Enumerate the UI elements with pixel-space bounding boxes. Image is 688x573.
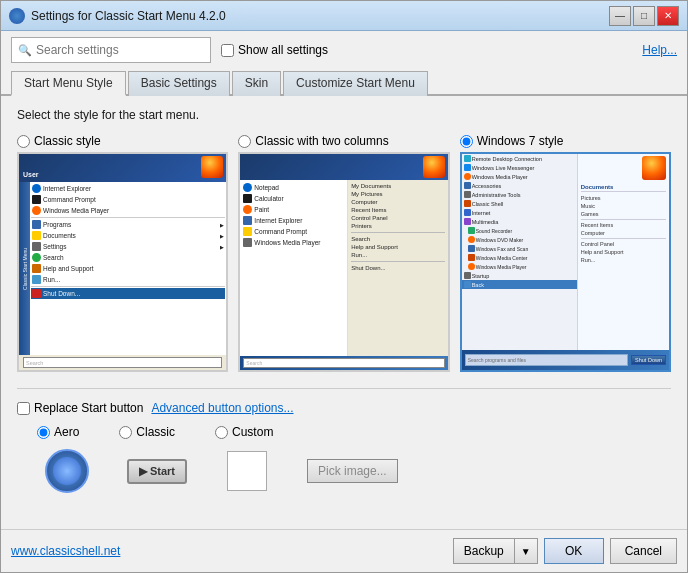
aero-option[interactable]: Aero [37,425,79,439]
classic-radio[interactable] [17,135,30,148]
replace-checkbox[interactable] [17,402,30,415]
show-all-checkbox[interactable] [221,44,234,57]
custom-btn-preview-box [217,449,277,493]
show-all-label: Show all settings [221,43,328,57]
maximize-button[interactable]: □ [633,6,655,26]
search-box[interactable]: 🔍 [11,37,211,63]
classic-btn-option[interactable]: Classic [119,425,175,439]
search-input[interactable] [36,43,204,57]
style-options: Classic style User Classic Start Menu [17,134,671,372]
classic-btn-preview-box: ▶ Start [127,449,187,493]
aero-inner [53,457,81,485]
classic-start-button-preview: ▶ Start [127,459,187,484]
style-option-classic-two: Classic with two columns Notepad Calcula… [238,134,449,372]
main-window: Settings for Classic Start Menu 4.2.0 — … [0,0,688,573]
footer-buttons: Backup ▼ OK Cancel [453,538,677,564]
search-icon: 🔍 [18,44,32,57]
classic-two-radio[interactable] [238,135,251,148]
title-bar: Settings for Classic Start Menu 4.2.0 — … [1,1,687,31]
ok-button[interactable]: OK [544,538,604,564]
toolbar: 🔍 Show all settings Help... [1,31,687,69]
win7-radio-label[interactable]: Windows 7 style [460,134,564,148]
tab-content: Select the style for the start menu. Cla… [1,96,687,529]
custom-btn-option[interactable]: Custom [215,425,273,439]
aero-preview [45,449,89,493]
tabs-bar: Start Menu Style Basic Settings Skin Cus… [1,69,687,96]
window-controls: — □ ✕ [609,6,679,26]
replace-row: Replace Start button Advanced button opt… [17,401,671,415]
help-link[interactable]: Help... [642,43,677,57]
classic-two-preview[interactable]: Notepad Calculator Paint Internet Explor… [238,152,449,372]
aero-preview-box [37,449,97,493]
tab-basic-settings[interactable]: Basic Settings [128,71,230,96]
close-button[interactable]: ✕ [657,6,679,26]
replace-checkbox-label[interactable]: Replace Start button [17,401,143,415]
backup-button[interactable]: Backup [453,538,514,564]
tab-skin[interactable]: Skin [232,71,281,96]
footer-bar: www.classicshell.net Backup ▼ OK Cancel [1,529,687,572]
tab-start-menu-style[interactable]: Start Menu Style [11,71,126,96]
style-option-win7: Windows 7 style Remote Desktop Connectio… [460,134,671,372]
tab-customize-start-menu[interactable]: Customize Start Menu [283,71,428,96]
show-all-text: Show all settings [238,43,328,57]
classic-radio-label[interactable]: Classic style [17,134,101,148]
style-option-classic: Classic style User Classic Start Menu [17,134,228,372]
cancel-button[interactable]: Cancel [610,538,677,564]
win7-preview[interactable]: Remote Desktop Connection Windows Live M… [460,152,671,372]
app-icon [9,8,25,24]
backup-dropdown-arrow[interactable]: ▼ [514,538,538,564]
win7-radio[interactable] [460,135,473,148]
classic-btn-radio[interactable] [119,426,132,439]
custom-btn-preview [227,451,267,491]
backup-btn-group: Backup ▼ [453,538,538,564]
website-link[interactable]: www.classicshell.net [11,544,120,558]
button-preview-row: ▶ Start Pick image... [17,449,671,493]
classic-preview[interactable]: User Classic Start Menu Internet Explore… [17,152,228,372]
classic-two-radio-label[interactable]: Classic with two columns [238,134,388,148]
window-title: Settings for Classic Start Menu 4.2.0 [31,9,609,23]
button-style-row: Aero Classic Custom [17,425,671,439]
advanced-options-link[interactable]: Advanced button options... [151,401,293,415]
pick-image-button[interactable]: Pick image... [307,459,398,483]
bottom-section: Replace Start button Advanced button opt… [17,388,671,503]
minimize-button[interactable]: — [609,6,631,26]
section-label: Select the style for the start menu. [17,108,671,122]
aero-radio[interactable] [37,426,50,439]
custom-btn-radio[interactable] [215,426,228,439]
